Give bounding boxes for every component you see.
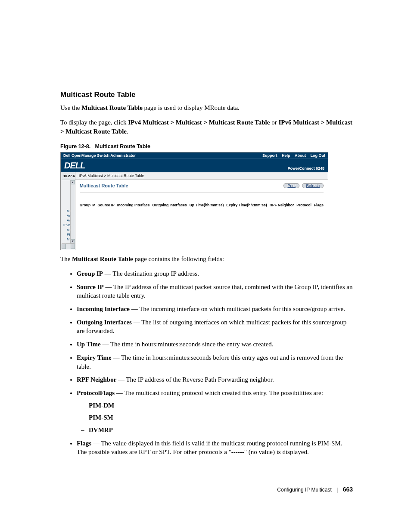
field-desc: — The value displayed in this field is v… xyxy=(77,440,342,456)
nav-support[interactable]: Support xyxy=(262,153,277,158)
col-header: Expiry Time(hh:mm:ss) xyxy=(226,203,267,207)
field-name: Outgoing Interfaces xyxy=(77,319,132,326)
text: The xyxy=(60,255,72,262)
figure-caption: Figure 12-8. Multicast Route Table xyxy=(60,143,353,149)
col-header: Outgoing Interfaces xyxy=(152,203,187,207)
screenshot: Dell OpenManage Switch Administrator Sup… xyxy=(60,152,328,250)
table-header-row: Group IP Source IP Incoming Interface Ou… xyxy=(80,201,324,207)
list-item: Source IP — The IP address of the multic… xyxy=(77,283,353,300)
list-item: Incoming Interface — The incoming interf… xyxy=(77,305,353,314)
breadcrumb: IPv6 Multicast > Multicast Route Table xyxy=(75,172,328,180)
nav-logout[interactable]: Log Out xyxy=(311,153,326,158)
intro-paragraph-2: To display the page, click IPv4 Multicas… xyxy=(60,118,353,136)
field-name: Up Time xyxy=(77,341,101,348)
page: Multicast Route Table Use the Multicast … xyxy=(0,0,411,519)
section-heading: Multicast Route Table xyxy=(60,90,353,99)
field-desc: — The time in hours:minutes:seconds sinc… xyxy=(101,341,274,348)
list-item: ProtocolFlags — The multicast routing pr… xyxy=(77,389,353,435)
term: Multicast Route Table xyxy=(81,104,143,111)
list-item: DVMRP xyxy=(89,426,353,435)
field-desc: — The time in hours:minutes:seconds befo… xyxy=(77,354,343,370)
field-name: ProtocolFlags xyxy=(77,389,115,396)
scroll-up-icon[interactable]: ▴ xyxy=(71,180,75,184)
option: DVMRP xyxy=(89,426,113,433)
logo-row: DELL PowerConnect 6248 xyxy=(61,159,328,172)
intro-paragraph-1: Use the Multicast Route Table page is us… xyxy=(60,103,353,112)
nav-help[interactable]: Help xyxy=(282,153,290,158)
nav-tree[interactable]: Interface Summ Candidate RP C Static RP … xyxy=(62,180,75,243)
chapter-name: Configuring IP Multicast xyxy=(277,487,332,493)
list-item: PIM-SM xyxy=(89,413,353,422)
field-list: Group IP — The destination group IP addr… xyxy=(60,269,353,457)
app-title: Dell OpenManage Switch Administrator xyxy=(63,153,136,158)
list-item: Expiry Time — The time in hours:minutes:… xyxy=(77,353,353,371)
col-header: Flags xyxy=(314,203,324,207)
figure-number: Figure 12-8. xyxy=(60,143,90,149)
afterfig-paragraph: The Multicast Route Table page contains … xyxy=(60,255,353,263)
field-name: RPF Neighbor xyxy=(77,376,116,383)
nav-path: IPv4 Multicast > Multicast > Multicast R… xyxy=(128,119,270,126)
text: page contains the following fields: xyxy=(133,255,224,262)
product-name: PowerConnect 6248 xyxy=(287,166,324,171)
field-name: Group IP xyxy=(77,270,103,277)
main-panel: IPv6 Multicast > Multicast Route Table M… xyxy=(75,172,328,250)
page-number: 663 xyxy=(343,486,353,493)
sidebar: 10.27.64.151 Interface Summ Candidate RP… xyxy=(61,172,75,250)
app-titlebar: Dell OpenManage Switch Administrator Sup… xyxy=(61,152,328,159)
page-footer: Configuring IP Multicast | 663 xyxy=(60,486,353,493)
scrollbar-horizontal[interactable] xyxy=(62,243,75,249)
field-name: Expiry Time xyxy=(77,354,112,361)
text: or xyxy=(270,119,278,126)
option: PIM-SM xyxy=(89,414,113,421)
device-ip: 10.27.64.151 xyxy=(62,173,75,180)
field-desc: — The incoming interface on which multic… xyxy=(130,305,345,312)
list-item: RPF Neighbor — The IP address of the Rev… xyxy=(77,375,353,384)
field-desc: — The IP address of the Reverse Path For… xyxy=(116,376,274,383)
protocol-options: PIM-DM PIM-SM DVMRP xyxy=(77,401,353,435)
list-item: Outgoing Interfaces — The list of outgoi… xyxy=(77,318,353,336)
field-desc: — The multicast routing protocol which c… xyxy=(115,389,323,396)
text: To display the page, click xyxy=(60,119,128,126)
text: . xyxy=(127,128,128,135)
list-item: PIM-DM xyxy=(89,401,353,410)
col-header: Incoming Interface xyxy=(117,203,150,207)
figure-title: Multicast Route Table xyxy=(95,143,150,149)
list-item: Group IP — The destination group IP addr… xyxy=(77,269,353,278)
scrollbar-vertical[interactable]: ▴▾ xyxy=(70,180,75,243)
list-item: Up Time — The time in hours:minutes:seco… xyxy=(77,340,353,349)
col-header: Group IP xyxy=(80,203,95,207)
separator: | xyxy=(336,487,338,493)
field-desc: — The destination group IP address. xyxy=(103,270,199,277)
panel-title: Multicast Route Table xyxy=(80,183,128,188)
col-header: Up Time(hh:mm:ss) xyxy=(190,203,224,207)
field-desc: — The IP address of the multicast packet… xyxy=(77,283,352,299)
col-header: Protocol xyxy=(296,203,311,207)
nav-about[interactable]: About xyxy=(295,153,306,158)
print-button[interactable]: Print xyxy=(283,183,299,188)
text: page is used to display MRoute data. xyxy=(143,104,240,111)
list-item: Flags — The value displayed in this fiel… xyxy=(77,439,353,457)
text: Use the xyxy=(60,104,81,111)
field-name: Incoming Interface xyxy=(77,305,130,312)
option: PIM-DM xyxy=(89,402,114,409)
col-header: Source IP xyxy=(98,203,115,207)
field-name: Flags xyxy=(77,440,91,447)
field-name: Source IP xyxy=(77,283,104,290)
term: Multicast Route Table xyxy=(72,255,133,262)
dell-logo: DELL xyxy=(64,161,85,171)
scroll-down-icon[interactable]: ▾ xyxy=(71,239,75,243)
col-header: RPF Neighbor xyxy=(270,203,294,207)
refresh-button[interactable]: Refresh xyxy=(302,183,324,188)
